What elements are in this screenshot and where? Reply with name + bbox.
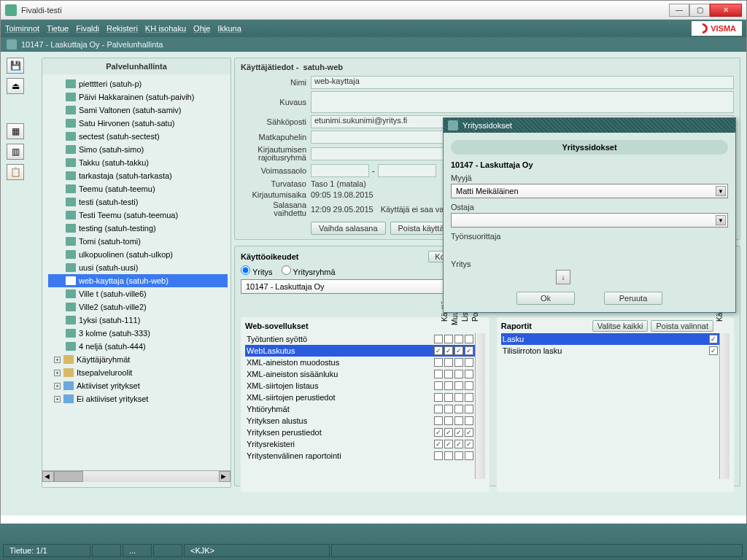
expand-icon[interactable]: + (54, 383, 61, 389)
tree-user-item[interactable]: Teemu (satuh-teemu) (48, 182, 228, 195)
myyja-select[interactable]: Matti Meikäläinen▼ (451, 184, 728, 198)
checkbox[interactable] (465, 358, 473, 367)
user-tree[interactable]: pietttteri (satuh-p)Päivi Hakkarainen (s… (42, 74, 231, 470)
report-row[interactable]: Tilisiirroton lasku (501, 345, 719, 357)
save-icon[interactable]: 💾 (7, 58, 24, 74)
checkbox[interactable] (465, 405, 473, 413)
valid-from-input[interactable] (311, 164, 369, 177)
checkbox[interactable] (465, 416, 473, 425)
checkbox[interactable] (465, 370, 473, 378)
checkbox[interactable] (444, 358, 453, 367)
dialog-ok-button[interactable]: Ok (516, 292, 575, 305)
menu-toiminnot[interactable]: Toiminnot (5, 24, 39, 33)
expand-icon[interactable]: + (54, 396, 61, 402)
checkbox[interactable] (444, 381, 453, 390)
expand-icon[interactable]: + (54, 357, 61, 363)
tree-user-item[interactable]: web-kayttaja (satuh-web) (48, 274, 228, 287)
checkbox[interactable] (454, 358, 463, 367)
app-row[interactable]: Yhtiöryhmät (245, 403, 475, 415)
checkbox[interactable] (434, 428, 443, 437)
report-row[interactable]: Lasku (501, 333, 719, 345)
yritys-input[interactable] (451, 271, 553, 284)
tree-user-item[interactable]: ulkopuolinen (satuh-ulkop) (48, 248, 228, 261)
tree-group-item[interactable]: +Käyttäjäryhmät (48, 353, 228, 366)
checkbox[interactable] (444, 393, 453, 402)
tree-user-item[interactable]: Päivi Hakkarainen (satuh-paivih) (48, 90, 228, 104)
checkbox[interactable] (454, 393, 463, 402)
expand-icon[interactable]: + (54, 370, 61, 376)
checkbox[interactable] (454, 405, 463, 413)
checkbox[interactable] (444, 451, 453, 460)
checkbox[interactable] (444, 416, 453, 425)
tool-icon-2[interactable]: ▥ (7, 144, 24, 160)
checkbox[interactable] (454, 428, 463, 437)
close-button[interactable]: ✕ (710, 4, 742, 17)
tree-user-item[interactable]: Ville t (satuh-ville6) (48, 287, 228, 300)
tyonsuorittaja-input[interactable] (451, 242, 611, 255)
tree-user-item[interactable]: sectest (satuh-sectest) (48, 130, 228, 143)
checkbox[interactable] (444, 346, 453, 355)
app-row[interactable]: XML-aineiston muodostus (245, 357, 475, 368)
select-all-button[interactable]: Valitse kaikki (592, 320, 649, 332)
checkbox[interactable] (444, 440, 453, 448)
menu-ohje[interactable]: Ohje (193, 24, 210, 33)
tree-user-item[interactable]: uusi (satuh-uusi) (48, 261, 228, 274)
checkbox[interactable] (434, 346, 443, 355)
scroll-right-icon[interactable]: ► (219, 471, 231, 482)
checkbox[interactable] (454, 370, 463, 378)
app-row[interactable]: Yritysrekisteri (245, 438, 475, 450)
tool-icon-3[interactable]: 📋 (7, 164, 24, 180)
app-row[interactable]: Yritystenvälinen raportointi (245, 450, 475, 462)
checkbox[interactable] (434, 416, 443, 425)
checkbox[interactable] (434, 370, 443, 378)
tree-user-item[interactable]: pietttteri (satuh-p) (48, 77, 228, 90)
checkbox[interactable] (434, 358, 443, 367)
checkbox[interactable] (454, 381, 463, 390)
checkbox[interactable] (465, 393, 473, 402)
radio-yritysryhma[interactable]: Yritysryhmä (282, 265, 336, 276)
checkbox[interactable] (434, 405, 443, 413)
app-row[interactable]: Yrityksen perustiedot (245, 427, 475, 438)
checkbox[interactable] (434, 381, 443, 390)
yritys-lookup-button[interactable]: ↓ (556, 270, 570, 284)
tree-user-item[interactable]: 3 kolme (satuh-333) (48, 327, 228, 340)
valid-to-input[interactable] (378, 164, 436, 177)
checkbox[interactable] (434, 440, 443, 448)
menu-tietue[interactable]: Tietue (47, 24, 69, 33)
menu-rekisteri[interactable]: Rekisteri (107, 24, 138, 33)
scroll-thumb[interactable] (54, 471, 83, 482)
tree-user-item[interactable]: Takku (satuh-takku) (48, 156, 228, 169)
app-row[interactable]: XML-aineiston sisäänluku (245, 368, 475, 380)
checkbox[interactable] (465, 428, 473, 437)
checkbox[interactable] (454, 440, 463, 448)
name-input[interactable]: web-kayttaja (311, 76, 734, 89)
radio-yritys[interactable]: Yritys (241, 265, 273, 276)
maximize-button[interactable]: ▢ (689, 4, 710, 17)
tree-user-item[interactable]: testing (satuh-testing) (48, 222, 228, 235)
app-row[interactable]: XML-siirtojen perustiedot (245, 392, 475, 403)
scroll-left-icon[interactable]: ◄ (42, 471, 54, 482)
checkbox[interactable] (465, 381, 473, 390)
vertical-scrollbar[interactable] (475, 333, 485, 479)
tool-icon-1[interactable]: ▦ (7, 123, 24, 139)
tree-user-item[interactable]: Ville2 (satuh-ville2) (48, 300, 228, 314)
dialog-cancel-button[interactable]: Peruuta (604, 292, 662, 305)
minimize-button[interactable]: — (669, 4, 689, 17)
tree-group-item[interactable]: +Ei aktiiviset yritykset (48, 392, 228, 405)
horizontal-scrollbar[interactable]: ◄ ► (42, 470, 231, 482)
checkbox[interactable] (434, 393, 443, 402)
checkbox[interactable] (444, 405, 453, 413)
tree-user-item[interactable]: 4 neljä (satuh-444) (48, 340, 228, 353)
checkbox[interactable] (444, 428, 453, 437)
checkbox[interactable] (465, 451, 473, 460)
tree-group-item[interactable]: +Itsepalveluroolit (48, 366, 228, 379)
tree-user-item[interactable]: testi (satuh-testi) (48, 195, 228, 209)
app-row[interactable]: Yrityksen alustus (245, 415, 475, 427)
description-input[interactable] (311, 91, 734, 113)
clear-selection-button[interactable]: Poista valinnat (651, 320, 713, 332)
checkbox[interactable] (465, 440, 473, 448)
tree-group-item[interactable]: +Aktiiviset yritykset (48, 379, 228, 392)
checkbox[interactable] (454, 416, 463, 425)
vertical-scrollbar[interactable] (719, 333, 729, 479)
checkbox[interactable] (709, 346, 718, 355)
